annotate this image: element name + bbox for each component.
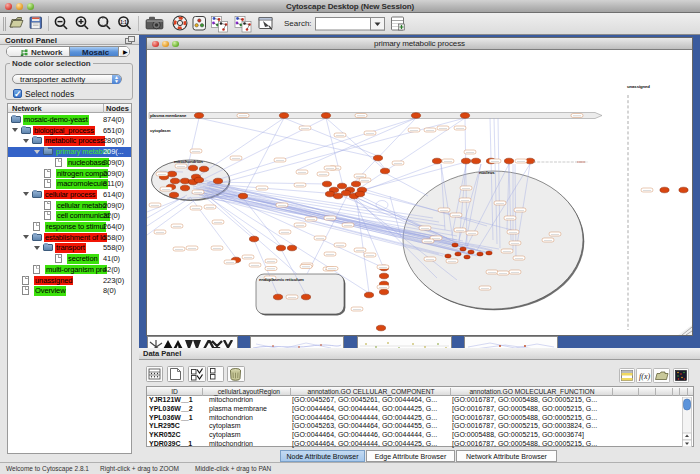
svg-text:Search:: Search: (284, 19, 312, 28)
svg-text:1:1: 1:1 (120, 20, 127, 25)
svg-text:unassigned: unassigned (627, 84, 650, 89)
svg-text:endoplasmic reticulum: endoplasmic reticulum (259, 277, 304, 282)
svg-text:nucleus: nucleus (479, 170, 495, 175)
svg-text:cytoplasm: cytoplasm (150, 128, 171, 133)
svg-text:mitochondrion: mitochondrion (174, 159, 203, 164)
svg-text:plasma membrane: plasma membrane (150, 113, 187, 118)
svg-text:f(x): f(x) (639, 372, 650, 381)
